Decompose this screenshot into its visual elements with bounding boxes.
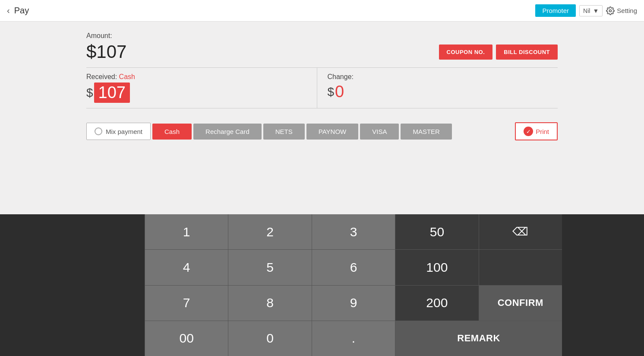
numpad-3[interactable]: 3 [312, 214, 395, 249]
back-button[interactable]: ‹ [7, 6, 10, 16]
numpad-dot[interactable]: . [312, 321, 395, 356]
received-change-row: Received: Cash $ 107 Change: $ 0 [86, 67, 558, 108]
received-dollar: $ [86, 86, 93, 100]
numpad-0[interactable]: 0 [228, 321, 311, 356]
header-right: Promoter Nil ▼ Setting [535, 4, 637, 17]
nets-button[interactable]: NETS [263, 124, 305, 140]
change-label: Change: [328, 73, 558, 81]
received-label: Received: Cash [86, 73, 317, 81]
numpad-right-spacer [562, 214, 644, 356]
received-amount: 107 [94, 83, 130, 103]
amount-label: Amount: [86, 32, 558, 40]
change-amount: 0 [335, 83, 344, 101]
cash-button[interactable]: Cash [152, 124, 192, 140]
numpad-5[interactable]: 5 [228, 250, 311, 285]
payment-method-label: Cash [119, 73, 135, 80]
received-value: $ 107 [86, 83, 317, 103]
amount-buttons: COUPON NO. BILL DISCOUNT [439, 44, 558, 60]
promoter-button[interactable]: Promoter [535, 4, 576, 17]
mix-payment-label: Mix payment [106, 128, 142, 135]
numpad-1[interactable]: 1 [145, 214, 228, 249]
numpad-empty-r2c5 [479, 250, 562, 285]
change-value: $ 0 [328, 83, 558, 101]
promoter-dropdown[interactable]: Nil ▼ [579, 5, 603, 16]
print-button[interactable]: ✓ Print [515, 122, 558, 140]
amount-section: Amount: $107 COUPON NO. BILL DISCOUNT [86, 32, 558, 62]
numpad-6[interactable]: 6 [312, 250, 395, 285]
numpad-area: 1 2 3 50 ⌫ 4 5 6 100 7 8 9 200 CONFIRM 0… [0, 214, 644, 356]
gear-icon [606, 6, 615, 15]
numpad-00[interactable]: 00 [145, 321, 228, 356]
numpad-200[interactable]: 200 [395, 286, 478, 321]
master-button[interactable]: MASTER [401, 124, 452, 140]
payment-methods: Mix payment Cash Recharge Card NETS PAYN… [86, 122, 558, 140]
numpad-4[interactable]: 4 [145, 250, 228, 285]
amount-value: $107 [86, 41, 126, 62]
mix-payment-button[interactable]: Mix payment [86, 123, 151, 140]
page-title: Pay [14, 6, 29, 16]
numpad-100[interactable]: 100 [395, 250, 478, 285]
numpad-left-spacer [0, 214, 145, 356]
main-area: Amount: $107 COUPON NO. BILL DISCOUNT Re… [0, 22, 644, 214]
svg-point-0 [609, 10, 612, 12]
numpad-2[interactable]: 2 [228, 214, 311, 249]
recharge-card-button[interactable]: Recharge Card [193, 124, 262, 140]
coupon-button[interactable]: COUPON NO. [439, 44, 493, 60]
numpad-50[interactable]: 50 [395, 214, 478, 249]
numpad-grid: 1 2 3 50 ⌫ 4 5 6 100 7 8 9 200 CONFIRM 0… [145, 214, 562, 356]
mix-radio-icon [95, 127, 102, 135]
dropdown-value: Nil [583, 7, 590, 14]
dropdown-arrow-icon: ▼ [593, 7, 599, 14]
amount-row: $107 COUPON NO. BILL DISCOUNT [86, 41, 558, 62]
numpad-remark[interactable]: REMARK [395, 321, 562, 356]
numpad-8[interactable]: 8 [228, 286, 311, 321]
setting-label: Setting [617, 7, 637, 14]
numpad-7[interactable]: 7 [145, 286, 228, 321]
bill-discount-button[interactable]: BILL DISCOUNT [496, 44, 558, 60]
header: ‹ Pay Promoter Nil ▼ Setting [0, 0, 644, 22]
setting-button[interactable]: Setting [606, 6, 637, 15]
change-section: Change: $ 0 [317, 68, 558, 108]
paynow-button[interactable]: PAYNOW [306, 124, 358, 140]
change-dollar: $ [328, 85, 335, 99]
backspace-icon: ⌫ [512, 225, 528, 238]
numpad-9[interactable]: 9 [312, 286, 395, 321]
numpad-backspace[interactable]: ⌫ [479, 214, 562, 249]
numpad-confirm[interactable]: CONFIRM [479, 286, 562, 321]
print-check-icon: ✓ [524, 127, 533, 136]
print-label: Print [536, 128, 549, 135]
received-section: Received: Cash $ 107 [86, 68, 317, 108]
header-left: ‹ Pay [7, 6, 29, 16]
visa-button[interactable]: VISA [360, 124, 399, 140]
